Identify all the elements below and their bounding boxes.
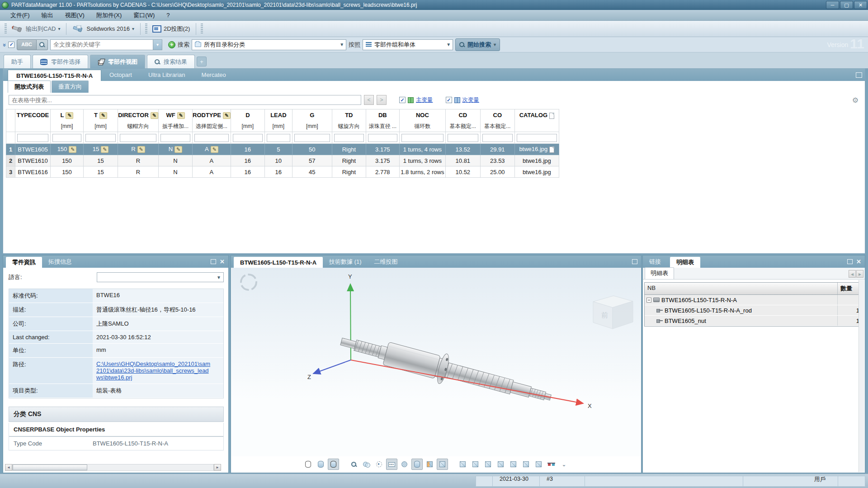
col-g[interactable]: G [292, 109, 332, 121]
scroll-left-icon[interactable]: ◂ [5, 464, 12, 471]
maximize-panel-icon[interactable] [847, 259, 853, 264]
menu-help[interactable]: ? [160, 10, 175, 20]
scrollbar-thumb[interactable] [13, 464, 87, 470]
tab-open-list[interactable]: 開放式列表 [8, 81, 51, 93]
edit-pencil-icon[interactable]: ✎ [175, 146, 182, 153]
shaded-edges-view-icon[interactable] [328, 459, 339, 470]
section-view-icon[interactable] [424, 459, 435, 470]
keyword-dropdown-button[interactable]: ▾ [153, 39, 162, 50]
bom-row-part[interactable]: BTWE1605_nut 1 [645, 316, 863, 326]
edit-pencil-icon[interactable]: ✎ [99, 112, 107, 119]
edit-pencil-icon[interactable]: ✎ [137, 146, 145, 153]
minimize-icon[interactable]: ─ [826, 1, 839, 9]
transparency-icon[interactable] [361, 459, 372, 470]
maximize-icon[interactable]: ▢ [840, 1, 853, 9]
cad-target-button[interactable]: Solidworks 2016 ▾ [69, 24, 137, 34]
col-l[interactable]: L✎ [51, 109, 84, 121]
project-path-link[interactable]: C:\Users\GHQ\Desktop\samlo_202101\sam 21… [96, 360, 220, 381]
view-cube-5-icon[interactable] [508, 459, 519, 470]
bom-row-part[interactable]: BTWE1605-L150-T15-R-N-A_rod 1 [645, 305, 863, 316]
collapse-chevrons-icon[interactable]: » [1, 43, 8, 46]
start-search-button[interactable]: 開始搜索 ▾ [455, 38, 500, 51]
edit-pencil-icon[interactable]: ✎ [223, 112, 231, 119]
filter-input[interactable] [17, 134, 48, 142]
chevron-down-icon[interactable]: ▾ [58, 26, 60, 31]
filter-input[interactable] [294, 134, 330, 142]
tab-search-results[interactable]: 搜索结果 [147, 55, 195, 68]
3d-viewport-model[interactable]: 前 [231, 268, 641, 456]
catalog-scope-combobox[interactable]: 所有目录和分类 ▼ [192, 39, 346, 50]
collapse-node-icon[interactable] [646, 298, 651, 303]
tessellation-icon[interactable] [399, 459, 410, 470]
scroll-tabs-left-icon[interactable]: ◂ [849, 270, 856, 278]
result-type-combobox[interactable]: 零部件组和单体 ▼ [363, 39, 453, 50]
col-typecode[interactable]: TYPECODE [15, 109, 51, 121]
tab-assistant[interactable]: 助手 [4, 55, 31, 68]
view-cube-3-icon[interactable] [482, 459, 494, 470]
3d-viewport[interactable]: 前 [231, 268, 641, 456]
menu-export[interactable]: 输出 [36, 10, 59, 21]
tab-part-code[interactable]: BTWE1605-L150-T15-R-N-A [8, 70, 101, 81]
filter-input[interactable] [334, 134, 364, 142]
tab-3d-view[interactable]: BTWE1605-L150-T15-R-N-A [234, 257, 323, 268]
col-lead[interactable]: LEAD [264, 109, 292, 121]
filter-input[interactable] [401, 134, 443, 142]
filter-input[interactable] [482, 134, 513, 142]
menu-file[interactable]: 文件(F) [5, 10, 36, 21]
keyword-search-input[interactable] [50, 39, 153, 50]
language-combobox[interactable]: ▼ [97, 272, 224, 282]
tab-ultra-librarian[interactable]: Ultra Librarian [140, 69, 193, 81]
edit-pencil-icon[interactable]: ✎ [151, 112, 158, 119]
tab-2d-derivation[interactable]: 二维投图 [368, 256, 404, 268]
primary-variables-link[interactable]: 主变量 [416, 96, 433, 104]
tab-part-selection[interactable]: 零部件选择 [33, 55, 88, 68]
orientation-cube[interactable]: 前 [593, 296, 633, 329]
table-row[interactable]: 1 BTWE1605 150✎ 15✎ R✎ N✎ A✎ 16 5 50 Rig… [6, 144, 559, 155]
filter-input[interactable] [52, 134, 81, 142]
shaded-view-icon[interactable] [315, 459, 326, 470]
view-cube-6-icon[interactable] [520, 459, 532, 470]
measurement-icon[interactable]: ▪▪▪ [386, 459, 397, 470]
edit-pencil-icon[interactable]: ✎ [177, 112, 185, 119]
search-enable-checkbox[interactable]: ✓ [8, 42, 14, 48]
scroll-right-icon[interactable]: ▸ [214, 464, 221, 471]
next-match-button[interactable]: > [377, 95, 387, 105]
view-cube-4-icon[interactable] [495, 459, 506, 470]
subtab-bom[interactable]: 明細表 [645, 267, 674, 279]
filter-input[interactable] [448, 134, 478, 142]
animation-icon[interactable] [373, 459, 385, 470]
rotation-compass-icon[interactable] [241, 275, 256, 290]
edit-pencil-icon[interactable]: ✎ [211, 146, 218, 153]
table-search-input[interactable] [9, 95, 361, 105]
maximize-panel-icon[interactable] [856, 72, 862, 78]
tab-links[interactable]: 链接 [643, 256, 667, 268]
col-td[interactable]: TD [332, 109, 366, 121]
bom-col-nb[interactable]: NB [645, 283, 838, 294]
menu-window[interactable]: 窗口(W) [127, 10, 160, 21]
view-cube-7-icon[interactable] [533, 459, 544, 470]
horizontal-scrollbar[interactable]: ◂ ▸ [5, 464, 221, 471]
close-panel-icon[interactable]: ✕ [856, 258, 861, 265]
vertical-scrollbar[interactable] [859, 280, 864, 472]
menu-addons[interactable]: 附加件(X) [90, 10, 127, 21]
col-wf[interactable]: WF✎ [159, 109, 193, 121]
export-to-cad-button[interactable]: 输出到CAD ▾ [9, 23, 63, 35]
maximize-panel-icon[interactable] [632, 259, 637, 264]
edit-pencil-icon[interactable]: ✎ [66, 112, 73, 119]
filter-input[interactable] [233, 134, 263, 142]
maximize-panel-icon[interactable] [211, 259, 216, 264]
more-options-icon[interactable]: ⌄ [558, 459, 570, 470]
dimensioning-icon[interactable] [411, 459, 423, 470]
filter-input[interactable] [160, 134, 190, 142]
ball-screw-model[interactable] [337, 327, 554, 412]
tab-part-info[interactable]: 零件資訊 [6, 257, 42, 268]
abc-search-toggle[interactable]: ABC [17, 39, 37, 50]
projection-2d-button[interactable]: 2D投图(2) [149, 23, 193, 35]
view-cube-2-icon[interactable] [470, 459, 481, 470]
tab-topology-info[interactable]: 拓撲信息 [42, 256, 78, 268]
add-tab-button[interactable]: + [197, 57, 207, 66]
col-rodtype[interactable]: RODTYPE✎ [193, 109, 231, 121]
table-row[interactable]: 3 BTWE1616 150 15 R N A 16 16 45 Right 2… [6, 166, 559, 178]
col-catalog[interactable]: CATALOG [514, 109, 559, 121]
zoom-fit-icon[interactable] [348, 459, 359, 470]
